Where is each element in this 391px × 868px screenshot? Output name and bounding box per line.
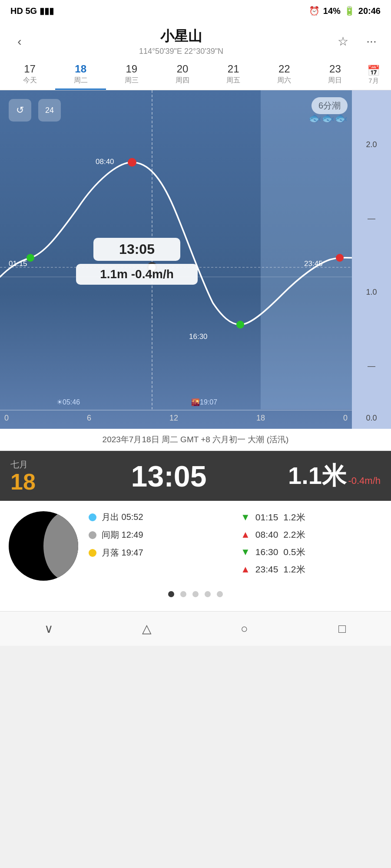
day-label-22: 周六 bbox=[261, 76, 308, 85]
date-row: 17 今天 18 周二 19 周三 20 周四 21 周五 22 周六 23 周… bbox=[0, 59, 391, 90]
tide-time-2: 16:30 bbox=[255, 547, 278, 557]
axis-0: 0 bbox=[4, 414, 9, 423]
coordinates: 114°50'39"E 22°30'39"N bbox=[30, 47, 332, 56]
battery-icon: 🔋 bbox=[344, 6, 355, 16]
moon-rise-dot bbox=[89, 513, 96, 521]
y-axis-panel: 2.0 — 1.0 — bbox=[352, 90, 391, 429]
axis-18: 18 bbox=[256, 414, 265, 423]
header: ‹ 小星山 114°50'39"E 22°30'39"N ☆ ··· bbox=[0, 22, 391, 59]
favorite-button[interactable]: ☆ bbox=[332, 34, 354, 49]
card-month: 七月 bbox=[10, 459, 50, 470]
alarm-icon: ⏰ bbox=[309, 6, 320, 16]
day-num-21: 21 bbox=[210, 63, 257, 75]
date-item-22[interactable]: 22 周六 bbox=[259, 59, 310, 90]
date-item-19[interactable]: 19 周三 bbox=[106, 59, 157, 90]
calendar-month: 7月 bbox=[368, 77, 378, 85]
tooltip-value: 1.1m -0.4m/h bbox=[76, 264, 198, 285]
nav-recents-button[interactable]: □ bbox=[325, 622, 360, 636]
nav-triangle-button[interactable]: △ bbox=[129, 621, 164, 636]
nav-home-button[interactable]: ○ bbox=[227, 622, 262, 636]
calendar-button[interactable]: 📅 7月 bbox=[361, 59, 387, 90]
time-label-1630: 16:30 bbox=[189, 332, 208, 341]
tide-time-3: 23:45 bbox=[255, 564, 278, 575]
clock-time: 20:46 bbox=[358, 6, 381, 16]
tide-row-3: ▲ 23:45 1.2米 bbox=[241, 563, 382, 575]
tide-time-0: 01:15 bbox=[255, 512, 278, 523]
day-num-19: 19 bbox=[108, 63, 155, 75]
time-label-2345: 23:45 bbox=[304, 260, 323, 268]
date-item-21[interactable]: 21 周五 bbox=[208, 59, 259, 90]
card-date-block: 七月 18 bbox=[10, 459, 50, 493]
status-left: HD 5G ▮▮▮ bbox=[10, 6, 54, 16]
page-title: 小星山 bbox=[30, 27, 332, 46]
day-label-18: 周二 bbox=[57, 76, 104, 85]
axis-6: 6 bbox=[87, 414, 91, 423]
back-button[interactable]: ‹ bbox=[9, 35, 30, 49]
signal-icon: ▮▮▮ bbox=[40, 6, 54, 16]
sunset-label: 🌇19:07 bbox=[191, 398, 217, 406]
moon-info: 月出 05:52 间期 12:49 月落 19:47 bbox=[78, 511, 241, 559]
tide-arrow-1: ▲ bbox=[241, 529, 250, 540]
day-num-18: 18 bbox=[57, 63, 104, 75]
dot-1[interactable] bbox=[180, 591, 186, 597]
card-time: 13:05 bbox=[50, 459, 288, 493]
chart-container: 2.0 — 1.0 — ↺ 24 6分潮 🐟🐟🐟 08:40 01:15 bbox=[0, 90, 391, 429]
moon-mid-label: 间期 12:49 bbox=[102, 529, 143, 541]
bottom-nav: ∨ △ ○ □ bbox=[0, 611, 391, 646]
svg-point-3 bbox=[128, 158, 136, 167]
moon-phase bbox=[9, 511, 78, 581]
y-label-bot: — bbox=[368, 362, 375, 371]
day-label-19: 周三 bbox=[108, 76, 155, 85]
moon-set-dot bbox=[89, 549, 96, 557]
day-num-23: 23 bbox=[311, 63, 359, 75]
date-item-18[interactable]: 18 周二 bbox=[55, 59, 106, 90]
tide-height-0: 1.2米 bbox=[283, 511, 305, 523]
svg-point-6 bbox=[336, 254, 344, 262]
tide-arrow-3: ▲ bbox=[241, 564, 250, 575]
axis-bar bbox=[0, 410, 352, 411]
card-height: 1.1米 bbox=[288, 462, 346, 489]
status-right: ⏰ 14% 🔋 20:46 bbox=[309, 6, 381, 16]
tide-height-3: 1.2米 bbox=[283, 563, 305, 575]
tide-height-2: 0.5米 bbox=[283, 546, 305, 558]
tide-arrow-0: ▼ bbox=[241, 512, 250, 523]
dot-0[interactable] bbox=[168, 591, 174, 597]
day-label-20: 周四 bbox=[159, 76, 206, 85]
date-item-23[interactable]: 23 周日 bbox=[310, 59, 361, 90]
nav-back-button[interactable]: ∨ bbox=[32, 621, 66, 636]
moon-rise-row: 月出 05:52 bbox=[89, 511, 230, 523]
date-item-20[interactable]: 20 周四 bbox=[157, 59, 208, 90]
axis-24: 0 bbox=[343, 414, 348, 423]
battery-pct: 14% bbox=[323, 6, 341, 16]
dot-4[interactable] bbox=[217, 591, 223, 597]
date-item-17[interactable]: 17 今天 bbox=[4, 59, 55, 90]
tide-row-1: ▲ 08:40 2.2米 bbox=[241, 529, 382, 541]
info-bar: 2023年7月18日 周二 GMT +8 六月初一 大潮 (活汛) bbox=[0, 429, 391, 451]
details-row: 月出 05:52 间期 12:49 月落 19:47 ▼ 01:15 1.2米 … bbox=[0, 501, 391, 581]
tide-row-0: ▼ 01:15 1.2米 bbox=[241, 511, 382, 523]
tooltip-time: 13:05 bbox=[93, 238, 180, 261]
axis-labels: 0 6 12 18 0 bbox=[0, 414, 352, 423]
calendar-icon: 📅 bbox=[367, 65, 380, 77]
moon-mid-row: 间期 12:49 bbox=[89, 529, 230, 541]
moon-highlight bbox=[43, 511, 78, 581]
dot-2[interactable] bbox=[192, 591, 199, 597]
network-label: HD 5G bbox=[10, 6, 37, 16]
y-label-2: 2.0 bbox=[366, 140, 377, 149]
svg-rect-0 bbox=[261, 90, 352, 409]
svg-point-4 bbox=[27, 254, 34, 262]
card-day: 18 bbox=[10, 470, 50, 493]
moon-mid-dot bbox=[89, 531, 96, 539]
day-label-23: 周日 bbox=[311, 76, 359, 85]
svg-point-5 bbox=[236, 321, 244, 329]
status-bar: HD 5G ▮▮▮ ⏰ 14% 🔋 20:46 bbox=[0, 0, 391, 22]
axis-right-value: 0.0 bbox=[352, 414, 391, 423]
main-info-row: 七月 18 13:05 1.1米 -0.4m/h bbox=[0, 451, 391, 501]
moon-set-row: 月落 19:47 bbox=[89, 547, 230, 559]
moon-rise-label: 月出 05:52 bbox=[102, 511, 143, 523]
more-button[interactable]: ··· bbox=[361, 34, 382, 49]
card-rate: -0.4m/h bbox=[348, 475, 381, 486]
day-num-22: 22 bbox=[261, 63, 308, 75]
day-label-17: 今天 bbox=[6, 76, 53, 85]
dot-3[interactable] bbox=[205, 591, 211, 597]
